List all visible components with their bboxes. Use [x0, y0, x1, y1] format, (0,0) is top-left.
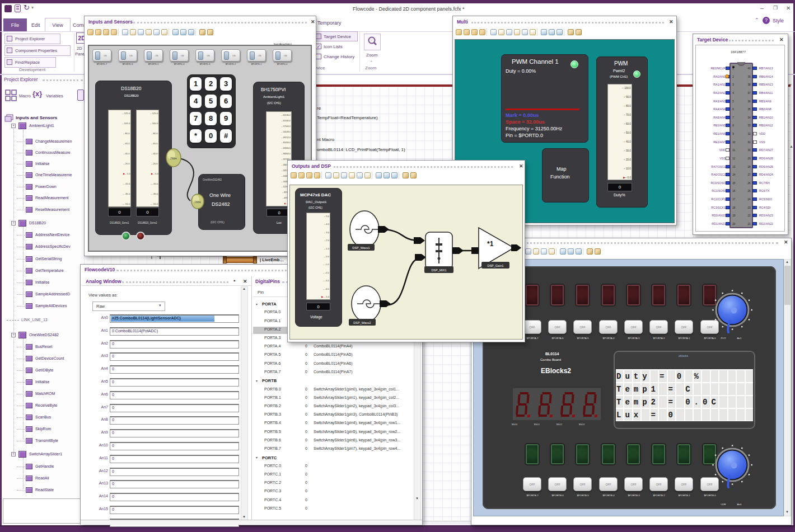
- svg-text:DSP_MIX1: DSP_MIX1: [431, 269, 446, 272]
- svg-text:1Wire: 1Wire: [194, 201, 201, 204]
- svg-text:2Wire: 2Wire: [170, 157, 177, 160]
- svg-text:DSP_Gain1: DSP_Gain1: [487, 264, 503, 267]
- svg-text:DSP_Wave1: DSP_Wave1: [352, 246, 370, 249]
- svg-text:DSP_Wave2: DSP_Wave2: [353, 321, 371, 324]
- svg-text:*1: *1: [487, 240, 494, 248]
